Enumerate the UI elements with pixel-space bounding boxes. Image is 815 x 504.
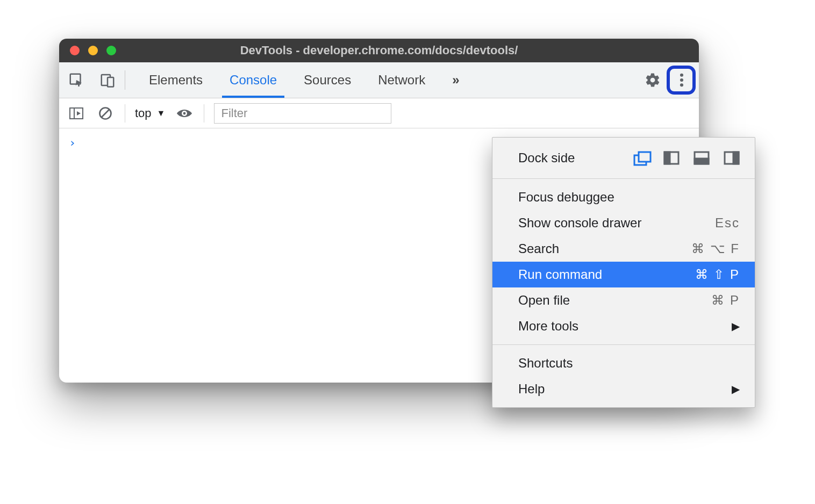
window-title: DevTools - developer.chrome.com/docs/dev… <box>59 44 699 57</box>
menu-item-help[interactable]: Help▶ <box>492 376 755 402</box>
device-toggle-icon[interactable] <box>98 70 117 90</box>
options-menu: Dock side <box>492 137 755 408</box>
menu-item-label: Show console drawer <box>518 215 641 231</box>
tab-overflow[interactable]: » <box>449 63 462 97</box>
menu-section-main: Focus debuggeeShow console drawerEscSear… <box>492 179 755 345</box>
context-label: top <box>135 106 152 120</box>
menu-section-help: ShortcutsHelp▶ <box>492 345 755 407</box>
submenu-arrow-icon: ▶ <box>732 383 740 395</box>
menu-item-search[interactable]: Search⌘ ⌥ F <box>492 236 755 262</box>
menu-item-show-console-drawer[interactable]: Show console drawerEsc <box>492 210 755 236</box>
menu-item-shortcut: Esc <box>715 215 740 231</box>
menu-item-shortcuts[interactable]: Shortcuts <box>492 350 755 376</box>
dock-right-icon[interactable] <box>724 151 740 165</box>
svg-rect-19 <box>733 152 739 164</box>
close-window-button[interactable] <box>70 46 80 55</box>
svg-rect-15 <box>664 152 670 164</box>
titlebar: DevTools - developer.chrome.com/docs/dev… <box>59 39 699 62</box>
tab-sources[interactable]: Sources <box>301 63 354 97</box>
dropdown-arrow-icon: ▼ <box>157 109 166 118</box>
menu-item-label: More tools <box>518 319 578 334</box>
menu-item-label: Help <box>518 381 545 397</box>
dock-undock-icon[interactable] <box>633 151 649 165</box>
menu-item-label: Run command <box>518 267 602 282</box>
toolbar-divider <box>125 70 125 90</box>
more-options-icon[interactable] <box>672 70 691 90</box>
subbar-divider <box>125 104 125 123</box>
context-selector[interactable]: top ▼ <box>135 106 165 120</box>
devtools-window: DevTools - developer.chrome.com/docs/dev… <box>59 39 699 383</box>
menu-item-open-file[interactable]: Open file⌘ P <box>492 287 755 313</box>
tab-network[interactable]: Network <box>375 63 428 97</box>
svg-rect-2 <box>108 77 113 87</box>
svg-point-4 <box>680 78 683 82</box>
dock-side-label: Dock side <box>518 150 575 165</box>
main-toolbar: Elements Console Sources Network » <box>59 62 699 98</box>
svg-marker-8 <box>77 111 81 116</box>
toggle-sidebar-icon[interactable] <box>67 104 86 123</box>
traffic-lights <box>59 46 116 55</box>
clear-console-icon[interactable] <box>96 104 115 123</box>
menu-item-label: Shortcuts <box>518 356 573 371</box>
svg-rect-17 <box>695 159 709 164</box>
submenu-arrow-icon: ▶ <box>732 320 740 333</box>
svg-point-3 <box>680 74 683 77</box>
svg-line-10 <box>102 110 109 117</box>
menu-item-more-tools[interactable]: More tools▶ <box>492 313 755 339</box>
panel-tabs: Elements Console Sources Network » <box>146 63 463 97</box>
filter-input[interactable] <box>214 103 391 124</box>
menu-item-label: Open file <box>518 293 570 308</box>
dock-bottom-icon[interactable] <box>694 151 710 165</box>
menu-item-shortcut: ⌘ ⌥ F <box>691 241 740 256</box>
zoom-window-button[interactable] <box>106 46 116 55</box>
svg-rect-13 <box>639 152 650 162</box>
menu-item-label: Search <box>518 241 559 256</box>
menu-item-run-command[interactable]: Run command⌘ ⇧ P <box>492 262 755 287</box>
menu-item-shortcut: ⌘ ⇧ P <box>695 267 740 282</box>
subbar-divider-2 <box>204 104 204 123</box>
svg-rect-6 <box>70 108 83 119</box>
settings-icon[interactable] <box>643 70 662 90</box>
menu-item-label: Focus debuggee <box>518 190 614 205</box>
live-expression-icon[interactable] <box>175 104 194 123</box>
inspect-element-icon[interactable] <box>67 70 86 90</box>
minimize-window-button[interactable] <box>88 46 98 55</box>
svg-point-11 <box>183 112 186 114</box>
console-prompt-icon: › <box>69 136 76 149</box>
dock-side-row: Dock side <box>492 143 755 173</box>
menu-item-focus-debuggee[interactable]: Focus debuggee <box>492 184 755 210</box>
svg-point-5 <box>680 83 683 87</box>
menu-item-shortcut: ⌘ P <box>711 293 740 308</box>
tab-console[interactable]: Console <box>226 63 280 97</box>
console-toolbar: top ▼ <box>59 98 699 128</box>
dock-left-icon[interactable] <box>663 151 680 165</box>
tab-elements[interactable]: Elements <box>146 63 206 97</box>
